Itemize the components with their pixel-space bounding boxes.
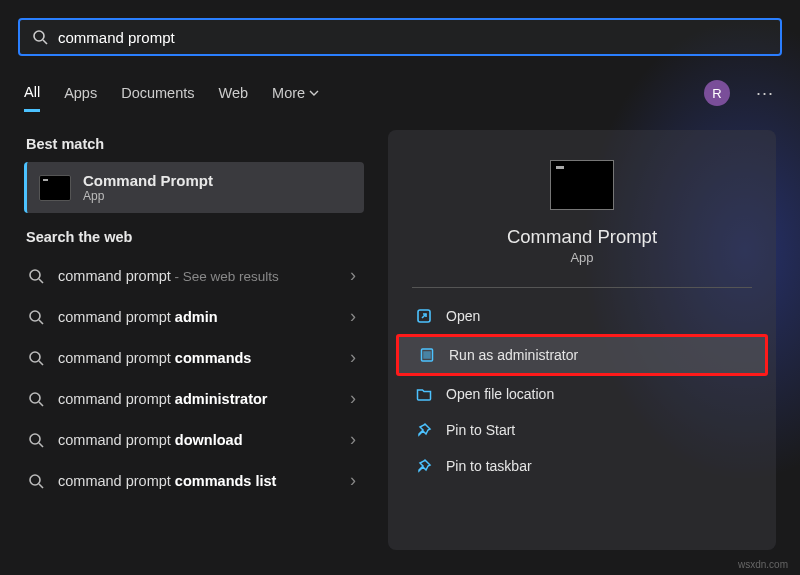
svg-point-4	[30, 311, 40, 321]
svg-line-9	[39, 402, 43, 406]
suggestion-text: command prompt download	[58, 432, 350, 448]
web-suggestion[interactable]: command prompt commands›	[24, 337, 364, 378]
suggestion-text: command prompt - See web results	[58, 268, 350, 284]
web-suggestion[interactable]: command prompt commands list›	[24, 460, 364, 501]
shield-icon	[419, 347, 435, 363]
tab-more[interactable]: More	[272, 74, 319, 112]
svg-point-6	[30, 352, 40, 362]
tab-apps[interactable]: Apps	[64, 74, 97, 112]
svg-rect-16	[424, 352, 430, 358]
svg-line-11	[39, 443, 43, 447]
web-suggestion[interactable]: command prompt download›	[24, 419, 364, 460]
action-open[interactable]: Open	[396, 298, 768, 334]
action-label: Pin to taskbar	[446, 458, 532, 474]
search-icon	[28, 473, 44, 489]
web-suggestion[interactable]: command prompt administrator›	[24, 378, 364, 419]
action-label: Open file location	[446, 386, 554, 402]
pin-icon	[416, 422, 432, 438]
action-open-file-location[interactable]: Open file location	[396, 376, 768, 412]
action-label: Open	[446, 308, 480, 324]
best-match-title: Command Prompt	[83, 172, 213, 189]
svg-line-3	[39, 279, 43, 283]
preview-subtitle: App	[388, 250, 776, 265]
chevron-right-icon: ›	[350, 347, 356, 368]
svg-point-2	[30, 270, 40, 280]
pin-icon	[416, 458, 432, 474]
search-icon	[28, 432, 44, 448]
preview-app-icon	[550, 160, 614, 210]
command-prompt-icon	[39, 175, 71, 201]
search-icon	[28, 268, 44, 284]
svg-line-7	[39, 361, 43, 365]
chevron-down-icon	[309, 88, 319, 98]
watermark: wsxdn.com	[738, 559, 788, 570]
best-match-subtitle: App	[83, 189, 213, 203]
best-match-header: Best match	[26, 136, 364, 152]
folder-icon	[416, 386, 432, 402]
svg-line-1	[43, 40, 47, 44]
results-column: Best match Command Prompt App Search the…	[24, 130, 364, 550]
chevron-right-icon: ›	[350, 470, 356, 491]
tab-documents[interactable]: Documents	[121, 74, 194, 112]
search-icon	[28, 309, 44, 325]
more-options-button[interactable]: ···	[754, 83, 776, 104]
filter-tabs: All Apps Documents Web More R ···	[0, 74, 800, 112]
chevron-right-icon: ›	[350, 388, 356, 409]
chevron-right-icon: ›	[350, 429, 356, 450]
suggestion-text: command prompt admin	[58, 309, 350, 325]
svg-point-10	[30, 434, 40, 444]
action-label: Run as administrator	[449, 347, 578, 363]
suggestion-text: command prompt administrator	[58, 391, 350, 407]
action-run-as-administrator[interactable]: Run as administrator	[396, 334, 768, 376]
chevron-right-icon: ›	[350, 265, 356, 286]
search-icon	[28, 350, 44, 366]
svg-point-12	[30, 475, 40, 485]
action-pin-to-taskbar[interactable]: Pin to taskbar	[396, 448, 768, 484]
suggestion-text: command prompt commands	[58, 350, 350, 366]
web-suggestion[interactable]: command prompt - See web results›	[24, 255, 364, 296]
svg-point-8	[30, 393, 40, 403]
search-icon	[32, 29, 48, 45]
web-suggestion[interactable]: command prompt admin›	[24, 296, 364, 337]
preview-panel: Command Prompt App Open Run as administr…	[388, 130, 776, 550]
svg-point-0	[34, 31, 44, 41]
search-input[interactable]	[58, 29, 768, 46]
separator	[412, 287, 752, 288]
search-box[interactable]	[18, 18, 782, 56]
user-avatar[interactable]: R	[704, 80, 730, 106]
svg-line-5	[39, 320, 43, 324]
action-pin-to-start[interactable]: Pin to Start	[396, 412, 768, 448]
action-label: Pin to Start	[446, 422, 515, 438]
suggestion-text: command prompt commands list	[58, 473, 350, 489]
svg-line-13	[39, 484, 43, 488]
tab-web[interactable]: Web	[219, 74, 249, 112]
chevron-right-icon: ›	[350, 306, 356, 327]
tab-all[interactable]: All	[24, 74, 40, 112]
best-match-item[interactable]: Command Prompt App	[24, 162, 364, 213]
search-web-header: Search the web	[26, 229, 364, 245]
preview-title: Command Prompt	[388, 226, 776, 248]
open-icon	[416, 308, 432, 324]
search-icon	[28, 391, 44, 407]
